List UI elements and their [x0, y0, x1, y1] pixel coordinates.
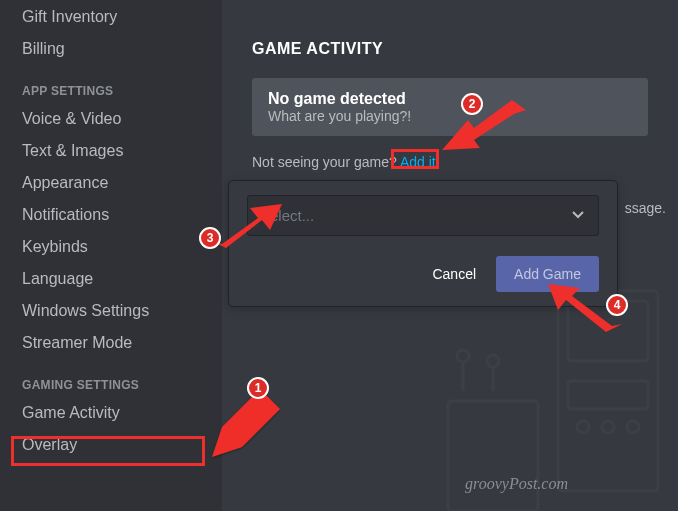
hint-line: Not seeing your game? Add it!	[252, 154, 648, 170]
sidebar-item-language[interactable]: Language	[14, 264, 216, 294]
svg-rect-2	[568, 381, 648, 409]
svg-rect-1	[568, 301, 648, 361]
hint-prefix: Not seeing your game?	[252, 154, 400, 170]
game-select-dropdown[interactable]: Select...	[247, 195, 599, 236]
cancel-button[interactable]: Cancel	[428, 258, 480, 290]
select-placeholder: Select...	[260, 207, 314, 224]
sidebar-item-text-images[interactable]: Text & Images	[14, 136, 216, 166]
sidebar-item-streamer-mode[interactable]: Streamer Mode	[14, 328, 216, 358]
sidebar-item-overlay[interactable]: Overlay	[14, 430, 216, 460]
add-game-button[interactable]: Add Game	[496, 256, 599, 292]
chevron-down-icon	[570, 206, 586, 225]
svg-point-4	[602, 421, 614, 433]
svg-point-3	[577, 421, 589, 433]
svg-point-5	[627, 421, 639, 433]
sidebar-item-keybinds[interactable]: Keybinds	[14, 232, 216, 262]
status-line-1: No game detected	[268, 90, 632, 108]
sidebar-item-appearance[interactable]: Appearance	[14, 168, 216, 198]
status-line-2: What are you playing?!	[268, 108, 632, 124]
sidebar-item-game-activity[interactable]: Game Activity	[14, 398, 216, 428]
page-title: GAME ACTIVITY	[252, 40, 648, 58]
watermark: groovyPost.com	[465, 475, 568, 493]
game-status-box: No game detected What are you playing?!	[252, 78, 648, 136]
svg-rect-6	[448, 401, 538, 511]
svg-point-10	[487, 355, 499, 367]
sidebar-header-app: APP SETTINGS	[14, 66, 216, 102]
status-message-fragment: ssage.	[625, 200, 666, 216]
sidebar-item-gift-inventory[interactable]: Gift Inventory	[14, 2, 216, 32]
sidebar-item-voice-video[interactable]: Voice & Video	[14, 104, 216, 134]
settings-sidebar: Gift Inventory Billing APP SETTINGS Voic…	[0, 0, 222, 511]
sidebar-header-gaming: GAMING SETTINGS	[14, 360, 216, 396]
sidebar-item-billing[interactable]: Billing	[14, 34, 216, 64]
sidebar-item-windows-settings[interactable]: Windows Settings	[14, 296, 216, 326]
modal-footer: Cancel Add Game	[247, 256, 599, 292]
svg-point-8	[457, 350, 469, 362]
add-it-link[interactable]: Add it!	[400, 154, 440, 170]
add-game-modal: Select... Cancel Add Game	[228, 180, 618, 307]
settings-content: GAME ACTIVITY No game detected What are …	[222, 0, 678, 511]
sidebar-item-notifications[interactable]: Notifications	[14, 200, 216, 230]
svg-rect-0	[558, 291, 658, 491]
